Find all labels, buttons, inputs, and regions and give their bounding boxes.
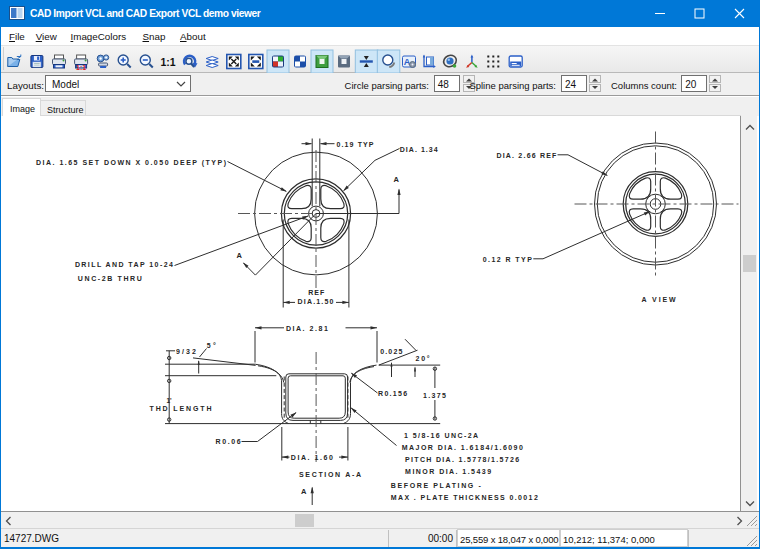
svg-text:0.025: 0.025 [380, 348, 402, 355]
svg-text:UNC-2B THRU: UNC-2B THRU [78, 275, 142, 282]
svg-text:MINOR DIA. 1.5439: MINOR DIA. 1.5439 [405, 468, 491, 475]
svg-text:THD LENGTH: THD LENGTH [150, 405, 212, 412]
svg-text:MAJOR DIA. 1.6184/1.6090: MAJOR DIA. 1.6184/1.6090 [402, 444, 523, 451]
svg-text:DIA.1.50: DIA.1.50 [298, 298, 334, 305]
svg-text:PITCH DIA. 1.5778/1.5726: PITCH DIA. 1.5778/1.5726 [405, 456, 519, 463]
svg-text:DIA. 2.66 REF: DIA. 2.66 REF [496, 152, 557, 159]
svg-text:1.375: 1.375 [423, 392, 446, 399]
svg-text:BEFORE PLATING -: BEFORE PLATING - [391, 482, 482, 489]
svg-text:R0.06: R0.06 [216, 438, 241, 445]
svg-text:9/32: 9/32 [176, 348, 196, 355]
svg-text:R0.156: R0.156 [378, 390, 407, 397]
svg-text:DIA. 1.60: DIA. 1.60 [291, 454, 333, 461]
svg-text:DRILL AND TAP 10-24: DRILL AND TAP 10-24 [75, 261, 173, 268]
svg-text:A VIEW: A VIEW [642, 296, 676, 303]
svg-text:1 5/8-16 UNC-2A: 1 5/8-16 UNC-2A [404, 432, 478, 439]
svg-text:0.19 TYP: 0.19 TYP [337, 141, 374, 148]
svg-text:A: A [301, 487, 307, 496]
svg-text:DIA. 1.65 SET DOWN X 0.050 DEE: DIA. 1.65 SET DOWN X 0.050 DEEP (TYP) [36, 159, 226, 167]
svg-text:SECTION A-A: SECTION A-A [299, 471, 361, 478]
svg-text:1': 1' [167, 397, 172, 404]
svg-text:0.12 R TYP: 0.12 R TYP [483, 256, 532, 263]
svg-text:5°: 5° [207, 342, 216, 349]
svg-text:REF: REF [308, 289, 325, 296]
svg-text:A: A [237, 251, 243, 260]
svg-text:A: A [394, 175, 400, 184]
svg-text:DIA. 2.81: DIA. 2.81 [286, 325, 328, 332]
svg-text:20°: 20° [416, 355, 430, 362]
svg-text:1:1: 1:1 [160, 55, 175, 67]
svg-text:MAX . PLATE THICKNESS 0.0012: MAX . PLATE THICKNESS 0.0012 [391, 494, 538, 501]
svg-text:1:1: 1:1 [76, 63, 86, 70]
svg-text:DIA. 1.34: DIA. 1.34 [400, 146, 438, 153]
